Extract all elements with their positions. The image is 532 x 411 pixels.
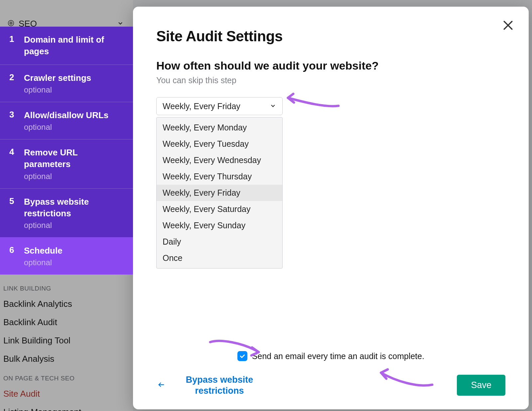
site-audit-settings-modal: Site Audit Settings How often should we … xyxy=(133,7,529,409)
wizard-steps: 1 Domain and limit of pages 2 Crawler se… xyxy=(0,27,133,275)
wizard-step-6[interactable]: 6 Schedule optional xyxy=(0,238,133,275)
wizard-step-3[interactable]: 3 Allow/disallow URLs optional xyxy=(0,102,133,139)
step-number: 2 xyxy=(9,72,16,83)
back-link[interactable]: Bypass website restrictions xyxy=(176,374,263,396)
close-button[interactable] xyxy=(501,19,515,32)
schedule-option[interactable]: Weekly, Every Tuesday xyxy=(157,136,282,152)
step-number: 4 xyxy=(9,147,16,157)
step-number: 3 xyxy=(9,109,16,120)
back-arrow-icon[interactable] xyxy=(156,380,166,391)
schedule-select[interactable]: Weekly, Every Friday xyxy=(156,97,283,115)
step-optional: optional xyxy=(24,258,63,267)
schedule-question: How often should we audit your website? xyxy=(156,59,505,72)
step-title: Bypass website restrictions xyxy=(24,196,124,219)
step-title: Schedule xyxy=(24,245,63,257)
email-notification-checkbox[interactable] xyxy=(237,351,247,361)
save-button[interactable]: Save xyxy=(457,375,505,396)
step-optional: optional xyxy=(24,85,91,95)
step-title: Remove URL parameters xyxy=(24,147,124,170)
schedule-option[interactable]: Weekly, Every Friday xyxy=(157,185,282,201)
step-optional: optional xyxy=(24,122,108,132)
chevron-down-icon xyxy=(270,102,276,111)
step-number: 1 xyxy=(9,34,16,44)
schedule-option[interactable]: Weekly, Every Monday xyxy=(157,119,282,136)
schedule-option[interactable]: Weekly, Every Sunday xyxy=(157,217,282,234)
schedule-option[interactable]: Weekly, Every Thursday xyxy=(157,168,282,185)
schedule-option[interactable]: Daily xyxy=(157,234,282,250)
schedule-option[interactable]: Once xyxy=(157,250,282,266)
schedule-option[interactable]: Weekly, Every Wednesday xyxy=(157,152,282,168)
step-number: 6 xyxy=(9,245,16,255)
schedule-dropdown: Weekly, Every Monday Weekly, Every Tuesd… xyxy=(156,117,283,269)
step-number: 5 xyxy=(9,196,16,206)
modal-title: Site Audit Settings xyxy=(156,28,505,45)
email-notification-label: Send an email every time an audit is com… xyxy=(252,351,424,361)
wizard-step-2[interactable]: 2 Crawler settings optional xyxy=(0,65,133,102)
wizard-step-5[interactable]: 5 Bypass website restrictions optional xyxy=(0,189,133,238)
step-optional: optional xyxy=(24,172,124,181)
schedule-option[interactable]: Weekly, Every Saturday xyxy=(157,201,282,217)
schedule-select-value: Weekly, Every Friday xyxy=(163,102,240,111)
wizard-step-1[interactable]: 1 Domain and limit of pages xyxy=(0,27,133,65)
schedule-hint: You can skip this step xyxy=(156,76,505,85)
step-title: Crawler settings xyxy=(24,72,91,84)
step-title: Domain and limit of pages xyxy=(24,34,124,57)
step-optional: optional xyxy=(24,221,124,230)
step-title: Allow/disallow URLs xyxy=(24,109,108,121)
wizard-step-4[interactable]: 4 Remove URL parameters optional xyxy=(0,139,133,188)
